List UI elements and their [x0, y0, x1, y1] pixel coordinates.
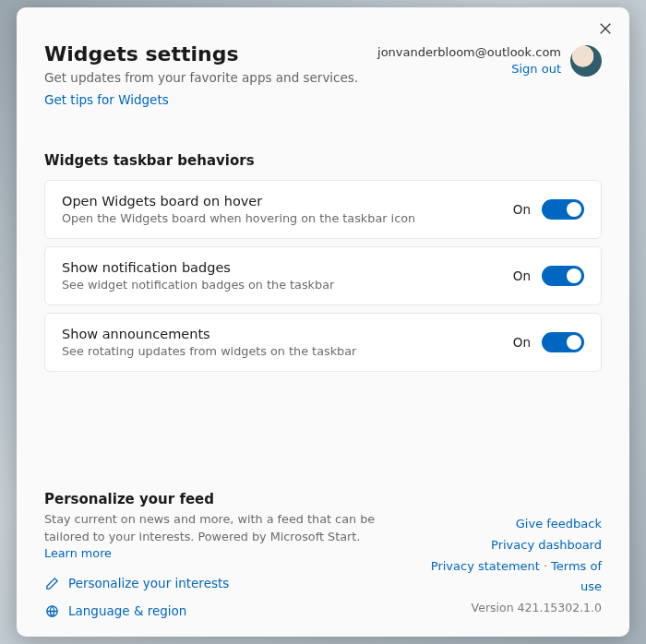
taskbar-cards: Open Widgets board on hover Open the Wid…	[44, 180, 602, 372]
card-desc: Open the Widgets board when hovering on …	[62, 211, 415, 225]
account-text: jonvanderbloom@outlook.com Sign out	[377, 44, 561, 78]
link-label: Personalize your interests	[68, 576, 229, 590]
separator-dot: ·	[540, 559, 551, 573]
personalize-interests-link[interactable]: Personalize your interests	[44, 576, 395, 590]
toggle-announcements[interactable]	[542, 332, 584, 352]
header-row: Widgets settings Get updates from your f…	[44, 42, 602, 108]
card-open-on-hover: Open Widgets board on hover Open the Wid…	[44, 180, 602, 239]
toggle-state-label: On	[513, 268, 531, 283]
personalize-title: Personalize your feed	[44, 491, 395, 507]
pencil-icon	[44, 576, 59, 590]
toggle-state-label: On	[513, 335, 531, 350]
tips-link[interactable]: Get tips for Widgets	[44, 92, 169, 107]
personalize-desc-text: Stay current on news and more, with a fe…	[44, 512, 375, 543]
terms-of-use-link[interactable]: Terms of use	[551, 559, 602, 594]
card-desc: See rotating updates from widgets on the…	[62, 344, 356, 358]
avatar[interactable]	[570, 45, 602, 77]
settings-panel: Widgets settings Get updates from your f…	[17, 7, 629, 637]
version-label: Version 421.15302.1.0	[413, 598, 602, 618]
account-email: jonvanderbloom@outlook.com	[377, 44, 561, 61]
toggle-state-label: On	[513, 202, 531, 217]
privacy-statement-link[interactable]: Privacy statement	[431, 559, 540, 573]
page-subtitle: Get updates from your favorite apps and …	[44, 69, 358, 87]
page-title: Widgets settings	[44, 42, 358, 66]
globe-icon	[44, 603, 59, 618]
card-title: Open Widgets board on hover	[62, 194, 415, 209]
give-feedback-link[interactable]: Give feedback	[516, 517, 602, 531]
footer-left: Personalize your feed Stay current on ne…	[44, 491, 395, 618]
learn-more-link[interactable]: Learn more	[44, 546, 112, 560]
card-notification-badges: Show notification badges See widget noti…	[44, 246, 602, 305]
toggle-open-on-hover[interactable]	[542, 199, 584, 220]
close-button[interactable]	[596, 20, 615, 39]
title-block: Widgets settings Get updates from your f…	[44, 42, 358, 108]
personalize-desc: Stay current on news and more, with a fe…	[44, 511, 395, 563]
footer-right: Give feedback Privacy dashboard Privacy …	[413, 514, 602, 618]
sign-out-link[interactable]: Sign out	[377, 61, 561, 78]
link-label: Language & region	[68, 603, 186, 618]
privacy-dashboard-link[interactable]: Privacy dashboard	[491, 538, 602, 552]
card-announcements: Show announcements See rotating updates …	[44, 313, 602, 372]
close-icon	[599, 21, 612, 39]
footer: Personalize your feed Stay current on ne…	[44, 491, 602, 618]
card-title: Show notification badges	[62, 260, 334, 275]
account-block: jonvanderbloom@outlook.com Sign out	[377, 44, 602, 78]
toggle-notification-badges[interactable]	[542, 266, 584, 286]
language-region-link[interactable]: Language & region	[44, 603, 395, 618]
card-desc: See widget notification badges on the ta…	[62, 278, 334, 292]
taskbar-section-title: Widgets taskbar behaviors	[44, 152, 602, 169]
card-title: Show announcements	[62, 327, 356, 341]
